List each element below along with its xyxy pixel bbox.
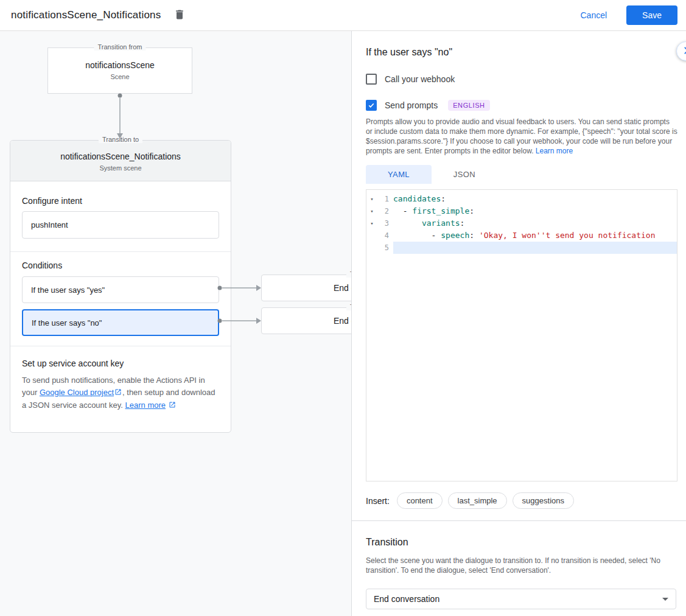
- topbar: notificationsScene_Notifications Cancel …: [0, 0, 686, 31]
- page-title: notificationsScene_Notifications: [11, 9, 161, 21]
- from-scene-type: Scene: [48, 73, 192, 80]
- intent-item[interactable]: pushIntent: [22, 211, 219, 239]
- fold-arrow-icon[interactable]: ▾: [366, 208, 377, 214]
- code-line-3: variants:: [393, 217, 677, 229]
- insert-last-simple-chip[interactable]: last_simple: [448, 492, 507, 509]
- scene-card-title: notificationsScene_Notifications: [10, 152, 231, 161]
- transition-select[interactable]: End conversation: [366, 589, 676, 609]
- transition-from-label: Transition from: [94, 43, 146, 51]
- code-line-5: [393, 242, 677, 254]
- code-line-1: candidates:: [393, 193, 677, 205]
- editor-format-tabs: YAML JSON: [366, 165, 497, 184]
- service-account-text: To send push notifications, enable the A…: [22, 374, 219, 412]
- section-divider: [352, 520, 686, 521]
- fold-arrow-icon[interactable]: ▾: [366, 196, 377, 202]
- editor-gutter: ▾1 ▾2 ▾3 4 5: [366, 190, 393, 481]
- trash-icon: [173, 9, 186, 23]
- send-prompts-row[interactable]: Send prompts ENGLISH: [366, 100, 490, 111]
- language-badge: ENGLISH: [448, 100, 490, 111]
- open-in-new-icon: [169, 400, 176, 412]
- transition-to-label: Transition to: [346, 270, 352, 278]
- panel-title: If the user says "no": [366, 47, 452, 58]
- tab-yaml[interactable]: YAML: [366, 165, 432, 184]
- condition-item-no[interactable]: If the user says "no": [22, 309, 219, 336]
- fold-arrow-icon[interactable]: ▾: [366, 220, 377, 226]
- webhook-label: Call your webhook: [385, 74, 455, 84]
- card-divider: [10, 251, 231, 252]
- line-number: 2: [377, 207, 393, 215]
- line-number: 5: [377, 243, 393, 252]
- scene-card: Transition to notificationsScene_Notific…: [10, 140, 231, 433]
- save-button[interactable]: Save: [626, 5, 677, 25]
- learn-more-link[interactable]: Learn more: [125, 401, 166, 410]
- intent-name: pushIntent: [31, 220, 68, 229]
- end-conversation-label: End conversation: [334, 283, 352, 293]
- condition-item-yes[interactable]: If the user says "yes": [22, 276, 219, 303]
- prompts-description: Prompts allow you to provide audio and v…: [366, 117, 677, 156]
- condition-no-label: If the user says "no": [32, 318, 102, 327]
- scene-card-header: notificationsScene_Notifications System …: [10, 141, 231, 181]
- check-icon: [368, 102, 375, 109]
- call-webhook-row[interactable]: Call your webhook: [366, 74, 455, 85]
- send-prompts-checkbox[interactable]: [366, 100, 377, 111]
- from-scene-name: notificationsScene: [48, 60, 192, 70]
- cancel-button[interactable]: Cancel: [575, 7, 612, 24]
- service-account-heading: Set up service account key: [22, 359, 219, 368]
- end-conversation-node[interactable]: Transition to End conversation: [261, 307, 352, 334]
- editor-code-area[interactable]: candidates: - first_simple: variants: - …: [393, 190, 677, 481]
- end-conversation-node[interactable]: Transition to End conversation: [261, 275, 352, 301]
- collapse-panel-button[interactable]: [676, 41, 686, 61]
- insert-suggestions-chip[interactable]: suggestions: [513, 492, 574, 509]
- configure-intent-heading: Configure intent: [22, 196, 219, 206]
- send-prompts-label: Send prompts: [385, 100, 438, 110]
- card-divider: [10, 346, 231, 346]
- from-scene-node[interactable]: Transition from notificationsScene Scene: [47, 47, 192, 94]
- condition-yes-label: If the user says "yes": [31, 285, 105, 295]
- tab-json[interactable]: JSON: [432, 165, 497, 184]
- scene-diagram-canvas: Transition from notificationsScene Scene…: [0, 31, 352, 616]
- delete-scene-button[interactable]: [172, 7, 187, 23]
- yaml-prompt-editor[interactable]: ▾1 ▾2 ▾3 4 5 candidates: - first_simple:…: [366, 189, 677, 481]
- transition-description: Select the scene you want the dialogue t…: [366, 556, 677, 575]
- transition-to-label: Transition to: [99, 136, 142, 143]
- insert-label: Insert:: [366, 496, 390, 506]
- learn-more-link[interactable]: Learn more: [536, 147, 573, 155]
- code-line-4: - speech: 'Okay, I won''t send you notif…: [393, 229, 677, 242]
- insert-content-chip[interactable]: content: [397, 492, 443, 509]
- transition-heading: Transition: [366, 537, 408, 548]
- condition-editor-panel: If the user says "no" Call your webhook …: [352, 31, 686, 616]
- insert-helper-row: Insert: content last_simple suggestions: [366, 492, 574, 509]
- line-number: 1: [377, 195, 393, 203]
- conditions-heading: Conditions: [22, 261, 219, 270]
- line-number: 3: [377, 219, 393, 228]
- google-cloud-project-link[interactable]: Google Cloud project: [40, 388, 114, 397]
- open-in-new-icon: [114, 387, 122, 399]
- chevron-down-icon: [662, 598, 668, 601]
- code-line-2: - first_simple:: [393, 205, 677, 217]
- transition-to-label: Transition to: [346, 303, 352, 310]
- transition-select-value: End conversation: [374, 594, 439, 604]
- line-number: 4: [377, 231, 393, 240]
- end-conversation-label: End conversation: [334, 316, 352, 326]
- scene-card-type: System scene: [10, 164, 231, 172]
- webhook-checkbox[interactable]: [366, 74, 377, 85]
- chevron-right-icon: [681, 45, 686, 58]
